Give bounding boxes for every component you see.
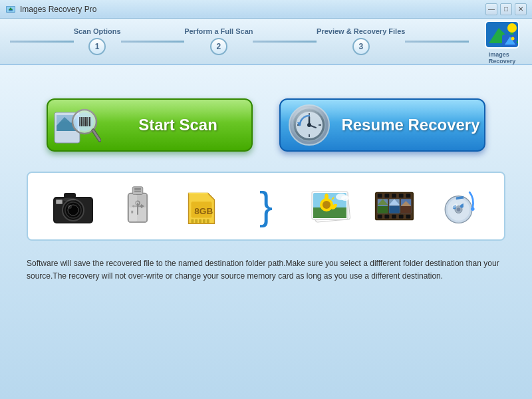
step-1-circle: 1 (88, 38, 106, 55)
maximize-button[interactable]: □ (500, 3, 512, 15)
svg-point-44 (63, 198, 76, 201)
svg-point-80 (325, 194, 329, 200)
svg-rect-68 (207, 219, 209, 223)
photo-svg (308, 186, 353, 226)
svg-rect-65 (196, 219, 198, 223)
svg-rect-95 (406, 215, 411, 219)
start-scan-button[interactable]: Start Scan (47, 98, 253, 152)
logo-area: ImagesRecovery (482, 18, 522, 65)
svg-rect-87 (385, 194, 390, 198)
photo-icon (304, 183, 357, 229)
svg-point-57 (140, 205, 143, 207)
svg-rect-91 (378, 215, 382, 219)
step-line-before-1 (10, 41, 74, 43)
app-icon (5, 4, 16, 15)
svg-point-34 (307, 123, 311, 127)
svg-point-110 (471, 207, 475, 211)
svg-point-15 (75, 112, 94, 131)
svg-rect-101 (389, 206, 400, 213)
step-line-1-2 (121, 41, 185, 43)
step-1-label: Scan Options (74, 27, 121, 35)
title-bar: Images Recovery Pro — □ ✕ (0, 0, 532, 19)
step-2-label: Perform a Full Scan (184, 27, 253, 35)
svg-point-40 (68, 205, 72, 209)
step-1: Scan Options 1 (74, 27, 121, 55)
step-2-circle: 2 (210, 38, 227, 55)
step-3-label: Preview & Recovery Files (317, 27, 405, 35)
svg-point-6 (507, 23, 517, 33)
camera-device-icon (47, 183, 100, 229)
title-controls: — □ ✕ (485, 3, 527, 15)
title-text: Images Recovery Pro (20, 5, 96, 14)
step-bar: Scan Options 1 Perform a Full Scan 2 Pre… (0, 19, 532, 65)
svg-rect-59 (129, 195, 137, 222)
audio-icon (432, 183, 485, 229)
music-svg (439, 186, 479, 226)
info-text: Software will save the recovered file to… (27, 257, 505, 283)
svg-rect-86 (378, 194, 382, 198)
usb-svg (118, 184, 158, 229)
usb-drive-icon (111, 183, 164, 229)
svg-point-108 (456, 207, 460, 211)
svg-rect-43 (57, 200, 62, 203)
svg-rect-103 (401, 206, 412, 213)
scan-icon (51, 100, 101, 150)
svg-rect-99 (378, 206, 388, 213)
svg-point-10 (511, 37, 515, 41)
steps-container: Scan Options 1 Perform a Full Scan 2 Pre… (10, 27, 469, 55)
start-scan-icon-area (48, 98, 104, 152)
svg-line-23 (93, 130, 100, 140)
step-line-after-3 (405, 41, 469, 43)
sd-card-icon: 8GB (175, 183, 228, 229)
resume-icon (287, 102, 332, 148)
svg-rect-66 (200, 219, 202, 223)
step-line-2-3 (253, 41, 317, 43)
svg-rect-94 (399, 215, 404, 219)
logo-icon (482, 18, 522, 51)
svg-rect-51 (134, 191, 141, 192)
svg-rect-67 (203, 219, 205, 223)
step-2: Perform a Full Scan 2 (184, 27, 253, 55)
close-button[interactable]: ✕ (515, 3, 527, 15)
buttons-row: Start Scan (27, 98, 505, 152)
title-bar-left: Images Recovery Pro (5, 4, 96, 15)
device-icons-row: 8GB } (27, 172, 505, 241)
bracket-separator: } (239, 183, 293, 229)
svg-rect-41 (64, 193, 76, 198)
svg-rect-89 (399, 194, 404, 198)
step-3: Preview & Recovery Files 3 (317, 27, 405, 55)
start-scan-label: Start Scan (104, 116, 251, 134)
svg-point-83 (341, 196, 349, 201)
svg-rect-90 (406, 194, 411, 198)
film-svg (372, 186, 417, 226)
camera-svg (49, 186, 97, 226)
svg-rect-92 (385, 215, 390, 219)
svg-rect-88 (392, 194, 396, 198)
logo-label: ImagesRecovery (489, 51, 516, 65)
sd-card-svg: 8GB (182, 184, 221, 229)
svg-text:8GB: 8GB (195, 206, 213, 216)
resume-label: Resume Recovery (337, 116, 484, 134)
svg-point-76 (323, 201, 331, 209)
main-content: Start Scan (0, 65, 532, 399)
svg-rect-50 (134, 188, 141, 190)
svg-rect-64 (192, 219, 194, 223)
film-icon (368, 183, 421, 229)
resume-icon-area (281, 98, 337, 152)
svg-rect-93 (392, 215, 396, 219)
step-3-circle: 3 (352, 38, 370, 55)
minimize-button[interactable]: — (485, 3, 497, 15)
resume-recovery-button[interactable]: Resume Recovery (279, 98, 485, 152)
